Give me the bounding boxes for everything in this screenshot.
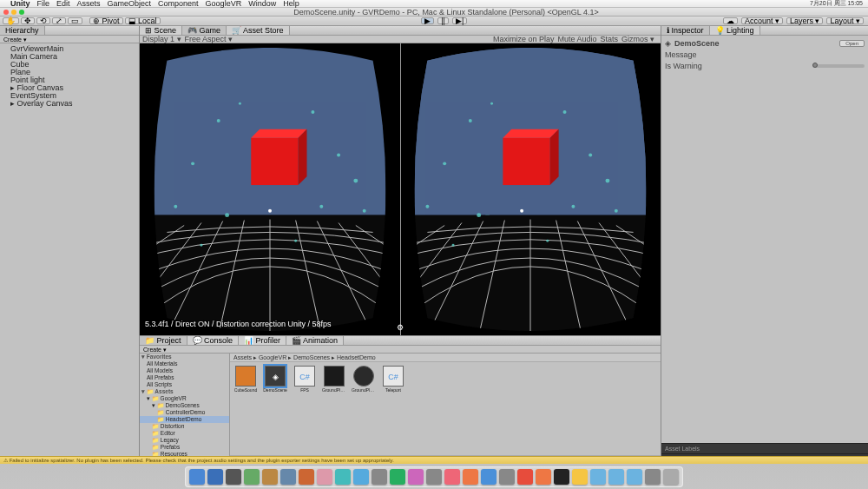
cloud-button[interactable]: ☁ — [723, 17, 738, 24]
tool-move[interactable]: ✥ — [21, 17, 35, 24]
pivot-toggle[interactable]: ⊕ Pivot — [89, 17, 123, 24]
tool-scale[interactable]: ⤢ — [52, 17, 66, 24]
asset-item[interactable]: C#Teleport — [381, 366, 405, 393]
dock-app-icon[interactable] — [426, 469, 442, 485]
project-tree-item[interactable]: All Materials — [140, 360, 229, 367]
stats-toggle[interactable]: Stats — [600, 35, 618, 43]
dock-app-icon[interactable] — [299, 469, 314, 485]
svg-point-25 — [200, 244, 202, 247]
dock-app-icon[interactable] — [499, 469, 515, 485]
tool-hand[interactable]: ✋ — [3, 17, 19, 24]
project-tree-item[interactable]: ▾ 📁 Assets — [140, 388, 229, 395]
mac-dock — [0, 464, 868, 489]
dock-app-icon[interactable] — [207, 469, 223, 485]
tool-rect[interactable]: ▭ — [68, 17, 82, 24]
svg-point-20 — [353, 179, 358, 183]
window-titlebar: DemoScene.unity - GVRDemo - PC, Mac & Li… — [0, 8, 868, 17]
svg-point-23 — [225, 213, 229, 217]
svg-point-15 — [191, 162, 194, 165]
dock-app-icon[interactable] — [663, 469, 679, 485]
project-tree[interactable]: ▾ FavoritesAll MaterialsAll ModelsAll Pr… — [140, 354, 230, 464]
local-toggle[interactable]: ⬓ Local — [125, 17, 161, 24]
statusbar-warning[interactable]: ⚠ Failed to initialize spatializer. No p… — [0, 456, 868, 464]
project-tree-item[interactable]: 📁 Prefabs — [140, 444, 229, 451]
dock-app-icon[interactable] — [554, 469, 569, 485]
project-tree-item[interactable]: 📁 Legacy — [140, 437, 229, 444]
hierarchy-item[interactable]: ▸ Overlay Canvas — [9, 100, 135, 108]
account-dropdown[interactable]: Account ▾ — [741, 17, 783, 24]
dock-app-icon[interactable] — [226, 469, 241, 485]
asset-item[interactable]: CubeSound — [233, 366, 258, 393]
dock-app-icon[interactable] — [262, 469, 278, 485]
dock-app-icon[interactable] — [317, 469, 332, 485]
traffic-lights[interactable] — [3, 10, 24, 15]
tab-scene[interactable]: ⊞ Scene — [140, 26, 182, 35]
project-tree-item[interactable]: ▾ 📁 GoogleVR — [140, 395, 229, 402]
tab-project[interactable]: 📁 Project — [140, 336, 187, 345]
inspector-warning-slider[interactable] — [812, 64, 865, 68]
project-tree-item[interactable]: All Models — [140, 367, 229, 374]
dock-app-icon[interactable] — [627, 469, 642, 485]
inspector-open-button[interactable]: Open — [839, 40, 865, 47]
tab-assetstore[interactable]: 🛒 Asset Store — [227, 26, 290, 35]
project-tree-item[interactable]: 📁 ControllerDemo — [140, 409, 229, 416]
dock-app-icon[interactable] — [408, 469, 424, 485]
dock-app-icon[interactable] — [244, 469, 260, 485]
step-button[interactable]: ▶| — [452, 17, 467, 24]
gizmos-dropdown[interactable]: Gizmos ▾ — [621, 35, 654, 43]
project-create[interactable]: Create ▾ — [140, 346, 661, 354]
tab-animation[interactable]: 🎬 Animation — [286, 336, 344, 345]
display-dropdown[interactable]: Display 1 ▾ — [142, 35, 181, 43]
project-tree-item[interactable]: ▾ Favorites — [140, 354, 229, 360]
svg-point-24 — [363, 209, 366, 213]
vr-settings-icon[interactable]: ⚙ — [397, 323, 404, 332]
dock-app-icon[interactable] — [353, 469, 369, 485]
asset-item[interactable]: GroundPlane — [352, 366, 376, 393]
dock-app-icon[interactable] — [536, 469, 551, 485]
dock-app-icon[interactable] — [517, 469, 533, 485]
layers-dropdown[interactable]: Layers ▾ — [786, 17, 824, 24]
tab-hierarchy[interactable]: Hierarchy — [0, 26, 45, 35]
tab-lighting[interactable]: 💡 Lighting — [710, 26, 760, 35]
svg-point-21 — [174, 205, 177, 208]
tab-game[interactable]: 🎮 Game — [182, 26, 227, 35]
project-breadcrumb[interactable]: Assets ▸ GoogleVR ▸ DemoScenes ▸ Headset… — [230, 354, 661, 362]
svg-point-26 — [294, 240, 297, 242]
maximize-toggle[interactable]: Maximize on Play — [493, 35, 555, 43]
dock-app-icon[interactable] — [463, 469, 478, 485]
hierarchy-create[interactable]: Create ▾ — [0, 36, 139, 43]
dock-app-icon[interactable] — [189, 469, 205, 485]
vr-left-eye — [140, 43, 400, 335]
tool-rotate[interactable]: ⟲ — [36, 17, 50, 24]
dock-app-icon[interactable] — [280, 469, 296, 485]
tab-inspector[interactable]: ℹ Inspector — [661, 26, 710, 35]
dock-app-icon[interactable] — [590, 469, 606, 485]
mute-toggle[interactable]: Mute Audio — [557, 35, 596, 43]
asset-item[interactable]: GroundPlane — [322, 366, 346, 393]
project-tree-item[interactable]: 📁 Distortion — [140, 423, 229, 430]
project-tree-item[interactable]: All Prefabs — [140, 374, 229, 381]
tab-profiler[interactable]: 📊 Profiler — [239, 336, 286, 345]
dock-app-icon[interactable] — [444, 469, 460, 485]
project-tree-item[interactable]: 📁 Editor — [140, 430, 229, 437]
aspect-dropdown[interactable]: Free Aspect ▾ — [185, 35, 233, 43]
project-tree-item[interactable]: All Scripts — [140, 381, 229, 388]
svg-marker-39 — [503, 129, 558, 138]
dock-app-icon[interactable] — [335, 469, 351, 485]
svg-point-45 — [563, 110, 567, 114]
project-tree-item[interactable]: ▾ 📁 DemoScenes — [140, 402, 229, 409]
asset-item[interactable]: ◈DemoScene — [263, 366, 287, 393]
dock-app-icon[interactable] — [390, 469, 405, 485]
pause-button[interactable]: || — [437, 17, 449, 24]
dock-app-icon[interactable] — [481, 469, 496, 485]
dock-app-icon[interactable] — [645, 469, 661, 485]
asset-item[interactable]: C#FPS — [293, 366, 317, 393]
game-view[interactable]: 5.3.4f1 / Direct ON / Distortion correct… — [140, 43, 661, 335]
tab-console[interactable]: 💬 Console — [187, 336, 240, 345]
dock-app-icon[interactable] — [572, 469, 588, 485]
dock-app-icon[interactable] — [608, 469, 624, 485]
project-tree-item[interactable]: 📁 HeadsetDemo — [140, 416, 229, 423]
layout-dropdown[interactable]: Layout ▾ — [826, 17, 864, 24]
play-button[interactable]: ▶ — [421, 17, 434, 24]
dock-app-icon[interactable] — [372, 469, 387, 485]
